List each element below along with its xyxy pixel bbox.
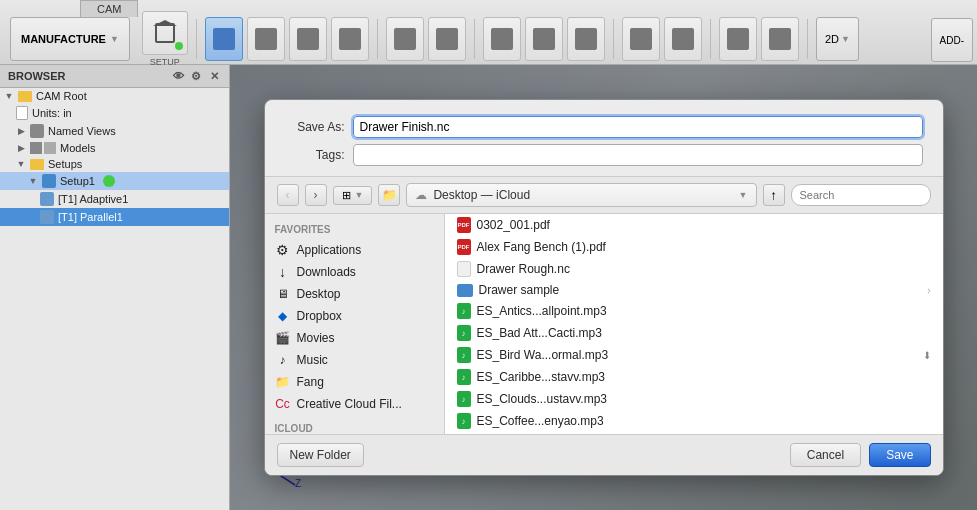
file-label-5: ES_Bad Att...Cacti.mp3 bbox=[477, 326, 602, 340]
file-label-6: ES_Bird Wa...ormal.mp3 bbox=[477, 348, 609, 362]
manufacture-button[interactable]: MANUFACTURE ▼ bbox=[10, 17, 130, 61]
tree-parallel1[interactable]: [T1] Parallel1 bbox=[0, 208, 229, 226]
tree-setup1[interactable]: ▼ Setup1 bbox=[0, 172, 229, 190]
dialog-bottom: New Folder Cancel Save bbox=[265, 434, 943, 475]
downloads-icon: ↓ bbox=[275, 264, 291, 280]
dropbox-icon: ◆ bbox=[275, 308, 291, 324]
addon-area: ADD- bbox=[927, 18, 973, 64]
tb-icon-6 bbox=[436, 28, 458, 50]
view-mode-button[interactable]: ⊞ ▼ bbox=[333, 186, 373, 205]
file-item[interactable]: Drawer Rough.nc bbox=[445, 258, 943, 280]
toolbar-btn-10[interactable] bbox=[622, 17, 660, 61]
tree-setups[interactable]: ▼ Setups bbox=[0, 156, 229, 172]
toolbar-left: MANUFACTURE ▼ bbox=[4, 14, 136, 64]
audio-icon-2: ♪ bbox=[457, 325, 471, 341]
dialog-actions: Cancel Save bbox=[790, 443, 931, 467]
toolbar-btn-5[interactable] bbox=[386, 17, 424, 61]
settings-icon[interactable]: ⚙ bbox=[189, 69, 203, 83]
fav-desktop[interactable]: 🖥 Desktop bbox=[265, 283, 444, 305]
fav-creative[interactable]: Cc Creative Cloud Fil... bbox=[265, 393, 444, 415]
fav-downloads[interactable]: ↓ Downloads bbox=[265, 261, 444, 283]
toolbar-btn-2[interactable] bbox=[247, 17, 285, 61]
search-input[interactable] bbox=[791, 184, 931, 206]
toolbar-btn-13[interactable] bbox=[761, 17, 799, 61]
fav-movies-label: Movies bbox=[297, 331, 335, 345]
toolbar-btn-11[interactable] bbox=[664, 17, 702, 61]
file-item[interactable]: ♪ ES_Coffee...enyao.mp3 bbox=[445, 410, 943, 432]
fav-music[interactable]: ♪ Music bbox=[265, 349, 444, 371]
tab-cam[interactable]: CAM bbox=[80, 0, 138, 17]
file-item[interactable]: ♪ ES_Caribbe...stavv.mp3 bbox=[445, 366, 943, 388]
setup-label: SETUP bbox=[150, 57, 180, 67]
tree-models[interactable]: ▶ Models bbox=[0, 140, 229, 156]
tb-icon-1 bbox=[213, 28, 235, 50]
setup-button[interactable] bbox=[142, 11, 188, 55]
new-folder-label: New Folder bbox=[290, 448, 351, 462]
toolbar-btn-3[interactable] bbox=[289, 17, 327, 61]
file-item[interactable]: ♪ ES_Monkey...Soleil.mp3 bbox=[445, 432, 943, 434]
new-folder-nav-button[interactable]: 📁 bbox=[378, 184, 400, 206]
fav-dropbox[interactable]: ◆ Dropbox bbox=[265, 305, 444, 327]
toolbar-btn-8[interactable] bbox=[525, 17, 563, 61]
view-mode-icon: ⊞ bbox=[342, 189, 351, 202]
sidebar: BROWSER 👁 ⚙ ✕ ▼ CAM Root Units: in ▶ Nam… bbox=[0, 65, 230, 510]
tb-icon-7 bbox=[491, 28, 513, 50]
music-icon: ♪ bbox=[275, 352, 291, 368]
file-item-folder[interactable]: Drawer sample › bbox=[445, 280, 943, 300]
root-folder-icon bbox=[18, 91, 32, 102]
tab-cam-label: CAM bbox=[97, 3, 121, 15]
file-label-9: ES_Coffee...enyao.mp3 bbox=[477, 414, 604, 428]
addon-button[interactable]: ADD- bbox=[931, 18, 973, 62]
separator-4 bbox=[613, 19, 614, 59]
eye-toggle-icon[interactable]: 👁 bbox=[171, 69, 185, 83]
location-label: Desktop — iCloud bbox=[433, 188, 530, 202]
named-views-icon bbox=[30, 124, 44, 138]
toolbar-btn-6[interactable] bbox=[428, 17, 466, 61]
tree-units-label: Units: in bbox=[32, 107, 72, 119]
toolbar-btn-12[interactable] bbox=[719, 17, 757, 61]
fav-applications[interactable]: ⚙ Applications bbox=[265, 239, 444, 261]
fav-fang[interactable]: 📁 Fang bbox=[265, 371, 444, 393]
setups-arrow: ▼ bbox=[16, 159, 26, 169]
file-item[interactable]: ♪ ES_Bad Att...Cacti.mp3 bbox=[445, 322, 943, 344]
toolbar-btn-4[interactable] bbox=[331, 17, 369, 61]
sidebar-header: BROWSER 👁 ⚙ ✕ bbox=[0, 65, 229, 88]
location-dropdown[interactable]: ☁ Desktop — iCloud ▼ bbox=[406, 183, 756, 207]
cancel-button[interactable]: Cancel bbox=[790, 443, 861, 467]
applications-icon: ⚙ bbox=[275, 242, 291, 258]
tb-icon-8 bbox=[533, 28, 555, 50]
setup1-icon bbox=[42, 174, 56, 188]
root-arrow: ▼ bbox=[4, 91, 14, 101]
view-2d-button[interactable]: 2D ▼ bbox=[816, 17, 859, 61]
tags-input[interactable] bbox=[353, 144, 923, 166]
file-item[interactable]: ♪ ES_Antics...allpoint.mp3 bbox=[445, 300, 943, 322]
up-button[interactable]: ↑ bbox=[763, 184, 785, 206]
separator-5 bbox=[710, 19, 711, 59]
forward-button[interactable]: › bbox=[305, 184, 327, 206]
file-item[interactable]: PDF Alex Fang Bench (1).pdf bbox=[445, 236, 943, 258]
tree-named-views[interactable]: ▶ Named Views bbox=[0, 122, 229, 140]
tree-root-label: CAM Root bbox=[36, 90, 87, 102]
tree-root[interactable]: ▼ CAM Root bbox=[0, 88, 229, 104]
file-label-4: ES_Antics...allpoint.mp3 bbox=[477, 304, 607, 318]
save-as-input[interactable] bbox=[353, 116, 923, 138]
tree-models-label: Models bbox=[60, 142, 95, 154]
file-item[interactable]: PDF 0302_001.pdf bbox=[445, 214, 943, 236]
tree-named-views-label: Named Views bbox=[48, 125, 116, 137]
toolbar-btn-7[interactable] bbox=[483, 17, 521, 61]
back-button[interactable]: ‹ bbox=[277, 184, 299, 206]
new-folder-button[interactable]: New Folder bbox=[277, 443, 364, 467]
close-panel-icon[interactable]: ✕ bbox=[207, 69, 221, 83]
fav-movies[interactable]: 🎬 Movies bbox=[265, 327, 444, 349]
file-item[interactable]: ♪ ES_Bird Wa...ormal.mp3 ⬇ bbox=[445, 344, 943, 366]
toolbar-btn-1[interactable] bbox=[205, 17, 243, 61]
file-label-1: Alex Fang Bench (1).pdf bbox=[477, 240, 606, 254]
pdf-icon-1: PDF bbox=[457, 217, 471, 233]
save-button[interactable]: Save bbox=[869, 443, 930, 467]
file-item[interactable]: ♪ ES_Clouds...ustavv.mp3 bbox=[445, 388, 943, 410]
setup1-status bbox=[103, 175, 115, 187]
new-folder-nav-icon: 📁 bbox=[382, 188, 397, 202]
file-label-0: 0302_001.pdf bbox=[477, 218, 550, 232]
toolbar-btn-9[interactable] bbox=[567, 17, 605, 61]
tree-adaptive1[interactable]: [T1] Adaptive1 bbox=[0, 190, 229, 208]
